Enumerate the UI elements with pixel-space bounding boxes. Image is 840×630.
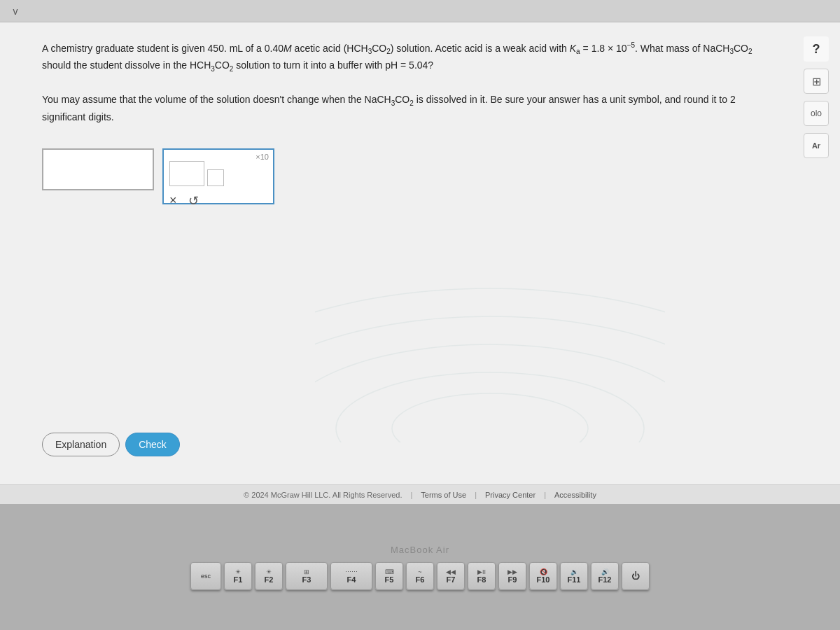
key-f4[interactable]: ⋯⋯ F4 — [330, 562, 372, 590]
svg-point-4 — [392, 393, 588, 442]
key-f1-label: F1 — [234, 575, 243, 584]
key-f9[interactable]: ▶▶ F9 — [498, 562, 526, 590]
key-f9-icon: ▶▶ — [507, 568, 517, 575]
main-content: ? ⊞ olo Ar A chemistry graduate student … — [0, 22, 840, 484]
top-bar: v — [0, 0, 840, 22]
macbook-label: MacBook Air — [391, 545, 449, 555]
key-f10-label: F10 — [537, 575, 550, 584]
footer: © 2024 McGraw Hill LLC. All Rights Reser… — [0, 484, 840, 504]
redo-button[interactable]: ↺ — [188, 193, 199, 209]
key-f3-icon: ⊞ — [304, 568, 309, 575]
key-power[interactable]: ⏻ — [622, 562, 650, 590]
clear-button[interactable]: × — [169, 193, 177, 208]
exponent-actions: × ↺ — [169, 193, 267, 209]
keyboard-row: esc ☀ F1 ☀ F2 ⊞ F3 ⋯⋯ F4 ⌨ F5 ~ F6 ◀◀ F — [190, 562, 650, 590]
calculator-button[interactable]: ⊞ — [804, 69, 829, 94]
key-f8-label: F8 — [477, 575, 486, 584]
explanation-button[interactable]: Explanation — [42, 433, 120, 456]
key-f5[interactable]: ⌨ F5 — [375, 562, 403, 590]
exponent-label: ×10 — [255, 153, 269, 161]
key-f5-label: F5 — [385, 575, 394, 584]
key-f8[interactable]: ▶II F8 — [468, 562, 496, 590]
accessibility-link[interactable]: Accessibility — [554, 491, 596, 499]
bottom-buttons: Explanation Check — [42, 433, 180, 456]
key-f12-icon: 🔊 — [601, 568, 609, 575]
key-f8-icon: ▶II — [477, 568, 486, 575]
chevron-down-icon[interactable]: v — [8, 4, 22, 18]
input-area: ×10 × ↺ — [42, 148, 798, 204]
keyboard-area: MacBook Air esc ☀ F1 ☀ F2 ⊞ F3 ⋯⋯ F4 ⌨ F… — [0, 504, 840, 630]
key-f4-label: F4 — [347, 575, 356, 584]
key-f2[interactable]: ☀ F2 — [255, 562, 283, 590]
key-f10-icon: 🔇 — [540, 568, 547, 575]
key-f2-icon: ☀ — [266, 568, 272, 575]
calculator-icon: ⊞ — [812, 75, 821, 88]
question-text: A chemistry graduate student is given 45… — [42, 39, 777, 126]
power-icon: ⏻ — [631, 571, 640, 581]
privacy-link[interactable]: Privacy Center — [485, 491, 536, 499]
key-f7[interactable]: ◀◀ F7 — [437, 562, 465, 590]
screen-area: v ? ⊞ olo Ar A chemistry — [0, 0, 840, 504]
key-esc-label: esc — [201, 573, 211, 580]
key-f5-icon: ⌨ — [385, 568, 394, 575]
key-f1[interactable]: ☀ F1 — [224, 562, 252, 590]
check-button[interactable]: Check — [125, 433, 180, 456]
svg-point-1 — [315, 316, 665, 442]
background-decoration — [315, 232, 665, 442]
key-f3[interactable]: ⊞ F3 — [286, 562, 328, 590]
key-f3-label: F3 — [302, 575, 312, 584]
exponent-input-container: ×10 × ↺ — [162, 148, 274, 204]
help-button[interactable]: ? — [804, 36, 829, 62]
key-f6-label: F6 — [416, 575, 425, 584]
key-f7-label: F7 — [447, 575, 456, 584]
key-f12[interactable]: 🔊 F12 — [591, 562, 619, 590]
key-f7-icon: ◀◀ — [446, 568, 456, 575]
key-f10[interactable]: 🔇 F10 — [529, 562, 557, 590]
svg-point-0 — [315, 288, 665, 442]
key-f9-label: F9 — [508, 575, 517, 584]
svg-point-2 — [315, 344, 665, 442]
key-f1-icon: ☀ — [235, 568, 241, 575]
base-input[interactable] — [169, 161, 204, 186]
key-f12-label: F12 — [598, 575, 612, 584]
key-f6[interactable]: ~ F6 — [406, 562, 434, 590]
answer-input[interactable] — [42, 148, 154, 190]
copyright-text: © 2024 McGraw Hill LLC. All Rights Reser… — [244, 491, 402, 499]
key-f11-icon: 🔉 — [570, 568, 578, 575]
chart-icon: olo — [811, 108, 822, 118]
svg-point-3 — [336, 372, 644, 442]
exponent-input-row — [169, 161, 267, 186]
exponent-power-input[interactable] — [207, 169, 224, 186]
key-f11[interactable]: 🔉 F11 — [560, 562, 588, 590]
terms-link[interactable]: Terms of Use — [421, 491, 466, 499]
ar-icon: Ar — [812, 141, 820, 150]
key-f6-icon: ~ — [418, 568, 421, 575]
ar-button[interactable]: Ar — [804, 133, 829, 158]
key-f4-icon: ⋯⋯ — [345, 568, 358, 575]
right-sidebar: ? ⊞ olo Ar — [804, 36, 829, 158]
key-esc[interactable]: esc — [190, 562, 221, 590]
chart-button[interactable]: olo — [804, 101, 829, 126]
key-f2-label: F2 — [265, 575, 274, 584]
key-f11-label: F11 — [568, 575, 581, 584]
